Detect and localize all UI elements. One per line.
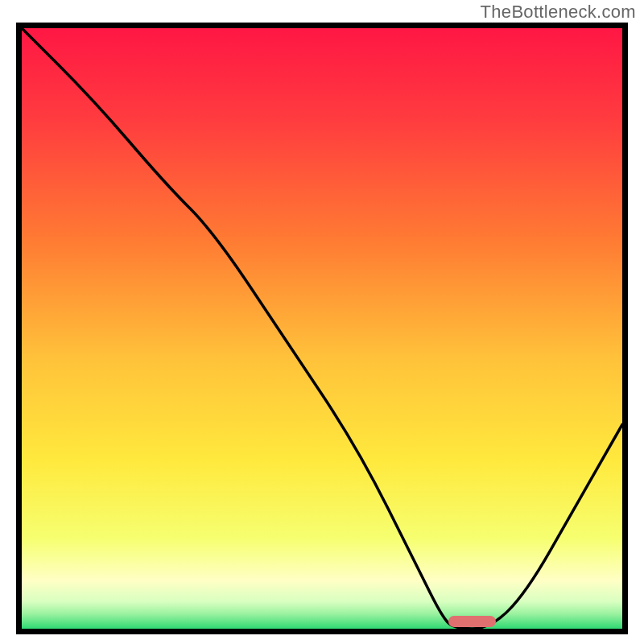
- bottleneck-curve: [22, 28, 622, 629]
- optimal-marker: [448, 616, 497, 627]
- chart-container: TheBottleneck.com: [0, 0, 644, 644]
- watermark-text: TheBottleneck.com: [481, 2, 636, 23]
- plot-area: [16, 23, 628, 634]
- curve-path: [22, 28, 622, 629]
